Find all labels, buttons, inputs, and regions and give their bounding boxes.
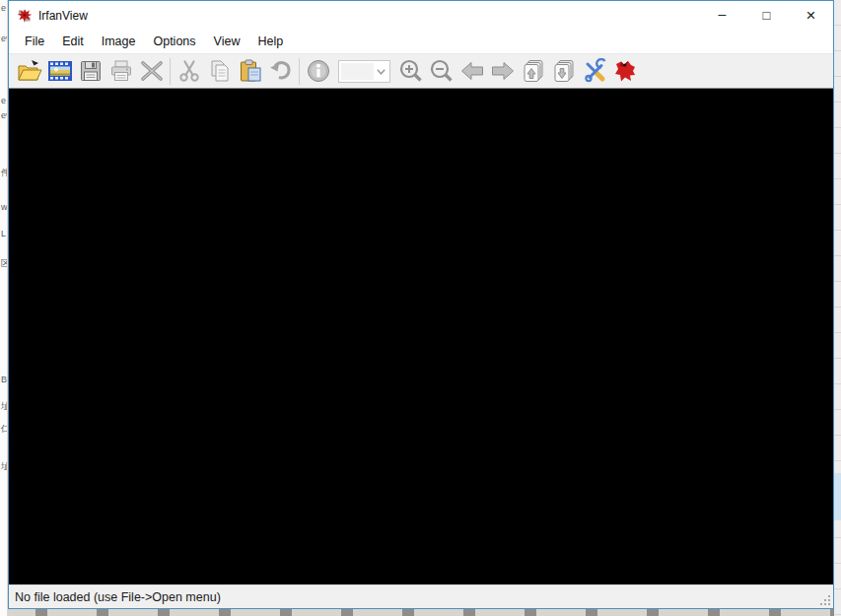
toolbar-separator — [299, 58, 300, 85]
print-icon — [108, 58, 134, 84]
menu-view[interactable]: View — [205, 32, 249, 51]
maximize-button[interactable]: □ — [744, 1, 789, 30]
open-button[interactable] — [14, 56, 44, 87]
print-button[interactable] — [105, 56, 136, 87]
zoom-in-button[interactable] — [395, 56, 426, 87]
edge-text-fragment: 区 — [1, 258, 8, 268]
resize-grip[interactable] — [818, 593, 832, 607]
minimize-button[interactable]: – — [700, 1, 744, 30]
undo-button[interactable] — [265, 56, 296, 87]
info-button[interactable] — [303, 56, 333, 87]
zoom-out-icon — [429, 58, 455, 84]
arrow-right-icon — [490, 58, 516, 84]
copy-button[interactable] — [204, 56, 235, 87]
page-up-button[interactable] — [518, 56, 548, 87]
edge-text-fragment: ev — [1, 110, 8, 120]
page-up-icon — [521, 58, 546, 84]
chevron-down-icon — [376, 66, 386, 77]
paste-button[interactable] — [235, 56, 265, 87]
save-button[interactable] — [75, 56, 105, 87]
menu-image[interactable]: Image — [93, 32, 145, 51]
edge-text-fragment: 件 — [1, 168, 8, 177]
tools-icon — [582, 58, 607, 84]
edge-text-fragment: w — [1, 202, 8, 212]
slideshow-button[interactable] — [44, 56, 75, 87]
toolbar — [9, 53, 833, 88]
save-icon — [78, 58, 104, 84]
background-highlight-row — [834, 473, 841, 520]
edge-text-fragment: 仁 — [1, 424, 8, 434]
scissors-icon — [176, 58, 202, 84]
status-message: No file loaded (use File->Open menu) — [15, 590, 221, 604]
page-down-button[interactable] — [548, 56, 579, 87]
edge-text-fragment: 址 — [1, 461, 8, 471]
irfanview-app-icon — [17, 8, 33, 24]
edge-text-fragment: e — [1, 3, 6, 13]
edge-text-fragment: 址 — [1, 401, 8, 411]
background-window-sliver-bottom — [8, 609, 834, 616]
edge-text-fragment: e — [1, 96, 6, 105]
menubar: File Edit Image Options View Help — [9, 30, 833, 53]
cut-button[interactable] — [174, 56, 204, 87]
edge-text-fragment: ev — [1, 34, 8, 43]
edge-text-fragment: L — [1, 229, 6, 239]
menu-options[interactable]: Options — [144, 32, 204, 51]
copy-icon — [207, 58, 233, 84]
page-down-icon — [551, 58, 577, 84]
background-window-sliver-left: e ev e ev 件 w L 区 B 址 仁 址 — [0, 0, 8, 616]
zoom-level-value — [341, 63, 374, 80]
undo-icon — [268, 58, 294, 84]
toolbar-separator — [170, 58, 171, 85]
irfanview-window: IrfanView – □ × File Edit Image Options … — [8, 0, 834, 609]
zoom-in-icon — [398, 58, 424, 84]
image-canvas[interactable] — [9, 88, 833, 584]
irfanview-logo-icon — [612, 58, 638, 84]
open-folder-icon — [17, 58, 42, 84]
next-file-button[interactable] — [487, 56, 518, 87]
paste-icon — [238, 58, 263, 84]
menu-help[interactable]: Help — [248, 32, 292, 51]
about-button[interactable] — [609, 56, 640, 87]
delete-icon — [139, 58, 165, 84]
background-window-sliver-right — [834, 0, 841, 616]
delete-button[interactable] — [136, 56, 167, 87]
zoom-out-button[interactable] — [426, 56, 456, 87]
close-button[interactable]: × — [789, 1, 833, 30]
window-title: IrfanView — [38, 9, 700, 23]
menu-file[interactable]: File — [16, 32, 53, 51]
slideshow-icon — [47, 58, 73, 84]
edge-text-fragment: B — [1, 375, 7, 384]
arrow-left-icon — [459, 58, 485, 84]
info-icon — [306, 58, 331, 84]
previous-file-button[interactable] — [456, 56, 487, 87]
statusbar: No file loaded (use File->Open menu) — [9, 584, 833, 608]
zoom-level-combobox[interactable] — [338, 60, 390, 83]
properties-button[interactable] — [579, 56, 609, 87]
titlebar[interactable]: IrfanView – □ × — [9, 1, 833, 30]
menu-edit[interactable]: Edit — [53, 32, 93, 51]
